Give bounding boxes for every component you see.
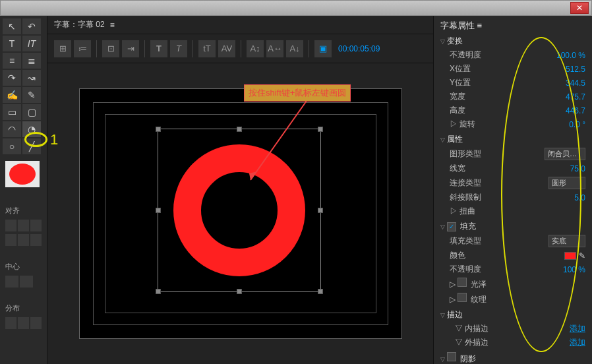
- rotation-value[interactable]: 0.0 °: [569, 120, 585, 129]
- align-btn[interactable]: [5, 220, 16, 231]
- resize-handle[interactable]: [156, 208, 161, 213]
- wedge-tool[interactable]: ◠: [3, 121, 21, 137]
- baseline-btn[interactable]: A↓: [286, 40, 303, 57]
- attributes-section[interactable]: 属性: [440, 134, 585, 145]
- center-btn[interactable]: [5, 276, 18, 288]
- gloss-label[interactable]: ▷ 光泽: [450, 278, 487, 290]
- stroke-section[interactable]: 描边: [440, 309, 585, 320]
- center-btn[interactable]: [20, 276, 33, 288]
- color-preview[interactable]: [5, 161, 40, 187]
- eyedropper2-tool[interactable]: ✎: [22, 87, 41, 103]
- texture-label[interactable]: ▷ 纹理: [450, 293, 487, 305]
- transform-section[interactable]: 变换: [440, 36, 585, 47]
- join-type-label: 连接类型: [450, 177, 481, 189]
- fill-checkbox[interactable]: ✓: [447, 222, 456, 231]
- distort-label[interactable]: ▷ 扭曲: [450, 206, 475, 217]
- canvas-title: 字幕：字幕 02: [54, 19, 105, 30]
- pen-tool[interactable]: ↷: [3, 70, 21, 86]
- align-btn[interactable]: [18, 234, 29, 246]
- height-value[interactable]: 446.7: [566, 106, 585, 115]
- dist-btn[interactable]: [5, 317, 16, 329]
- fill-color-swatch[interactable]: [564, 252, 576, 260]
- tutorial-annotation: 按住shift键+鼠标左键画圆: [244, 84, 351, 102]
- dist-btn[interactable]: [18, 317, 29, 329]
- align-btn[interactable]: [5, 234, 16, 246]
- ypos-label: Y位置: [450, 77, 471, 88]
- ellipse-tool[interactable]: ○: [3, 138, 21, 154]
- italic-btn[interactable]: T: [170, 40, 187, 57]
- opacity-value[interactable]: 100.0 %: [556, 51, 585, 60]
- linewidth-label: 线宽: [450, 163, 465, 174]
- outer-stroke-label[interactable]: ▽ 外描边: [455, 337, 488, 348]
- ypos-value[interactable]: 344.5: [566, 78, 585, 88]
- dist-btn[interactable]: [30, 317, 42, 329]
- fill-opacity-label: 不透明度: [450, 264, 481, 275]
- linewidth-value[interactable]: 75.0: [570, 164, 585, 173]
- gloss-checkbox[interactable]: [458, 278, 467, 287]
- align-btn[interactable]: [18, 220, 29, 231]
- size-btn[interactable]: tT: [198, 40, 216, 57]
- para-tool[interactable]: ≡: [3, 53, 21, 69]
- annotation-number-1: 1: [50, 131, 58, 148]
- shape-type-label: 图形类型: [450, 148, 481, 160]
- shape-type-select[interactable]: 闭合贝…: [545, 148, 585, 160]
- vertical-type-tool[interactable]: IT: [22, 36, 41, 51]
- fill-color-label: 颜色: [450, 250, 465, 261]
- round-rect-tool[interactable]: ▢: [22, 104, 41, 120]
- annotation-circle-1: [24, 132, 47, 147]
- texture-checkbox[interactable]: [458, 293, 467, 302]
- track-btn[interactable]: A↔: [266, 40, 283, 57]
- join-type-select[interactable]: 圆形: [548, 177, 585, 189]
- canvas-viewport[interactable]: [47, 63, 433, 364]
- resize-handle[interactable]: [237, 289, 242, 294]
- shadow-checkbox[interactable]: [447, 352, 456, 361]
- inner-stroke-label[interactable]: ▽ 内描边: [455, 323, 488, 334]
- template-btn[interactable]: ⊞: [54, 40, 71, 57]
- eyedropper-icon[interactable]: ✎: [579, 251, 585, 260]
- undo-tool[interactable]: ↶: [22, 18, 41, 34]
- rotation-label: ▷ 旋转: [450, 119, 475, 130]
- height-label: 高度: [450, 105, 465, 116]
- rect-tool[interactable]: ▭: [3, 104, 21, 120]
- resize-handle[interactable]: [237, 127, 242, 132]
- kerning-btn[interactable]: AV: [218, 40, 235, 57]
- close-button[interactable]: ✕: [570, 2, 589, 14]
- align-btn[interactable]: [30, 220, 42, 231]
- snap-btn[interactable]: ⊡: [102, 40, 119, 57]
- shadow-section[interactable]: 阴影: [440, 352, 585, 364]
- para2-tool[interactable]: ≣: [22, 53, 41, 69]
- opacity-label: 不透明度: [450, 49, 481, 61]
- width-label: 宽度: [450, 91, 465, 102]
- roll-btn[interactable]: ≔: [74, 40, 91, 57]
- panel-menu-icon[interactable]: ≡: [110, 20, 115, 30]
- align-btn[interactable]: [30, 234, 42, 246]
- align-panel-title: 对齐: [5, 206, 42, 216]
- ring-shape[interactable]: [173, 144, 305, 276]
- width-value[interactable]: 475.7: [566, 92, 585, 102]
- fill-section[interactable]: ✓填充: [440, 221, 585, 232]
- selection-bbox[interactable]: [158, 129, 321, 292]
- pen2-tool[interactable]: ↝: [22, 70, 41, 86]
- tool-palette: ↖↶ TIT ≡≣ ↷↝ ✍✎ ▭▢ ◠◔ ○╱ 对齐 中心 分布: [0, 16, 47, 364]
- tab-btn[interactable]: ⇥: [122, 40, 139, 57]
- properties-panel: 字幕属性 ≡ 变换 不透明度100.0 % X位置512.5 Y位置344.5 …: [434, 16, 592, 364]
- xpos-value[interactable]: 512.5: [566, 65, 585, 74]
- timecode[interactable]: 00:00:05:09: [338, 44, 380, 53]
- selection-tool[interactable]: ↖: [3, 18, 21, 34]
- resize-handle[interactable]: [156, 289, 161, 294]
- show-video-btn[interactable]: ▣: [314, 40, 332, 57]
- lead-btn[interactable]: A↕: [247, 40, 264, 57]
- miter-value[interactable]: 5.0: [574, 193, 585, 202]
- resize-handle[interactable]: [318, 289, 323, 294]
- add-inner-stroke[interactable]: 添加: [570, 323, 585, 334]
- resize-handle[interactable]: [318, 208, 323, 213]
- fill-type-label: 填充类型: [450, 235, 481, 247]
- type-tool[interactable]: T: [3, 36, 21, 51]
- eyedropper-tool[interactable]: ✍: [3, 87, 21, 103]
- resize-handle[interactable]: [156, 127, 161, 132]
- bold-btn[interactable]: T: [150, 40, 167, 57]
- add-outer-stroke[interactable]: 添加: [570, 337, 585, 348]
- fill-opacity-value[interactable]: 100 %: [563, 265, 585, 274]
- resize-handle[interactable]: [318, 127, 323, 132]
- fill-type-select[interactable]: 实底: [548, 235, 585, 247]
